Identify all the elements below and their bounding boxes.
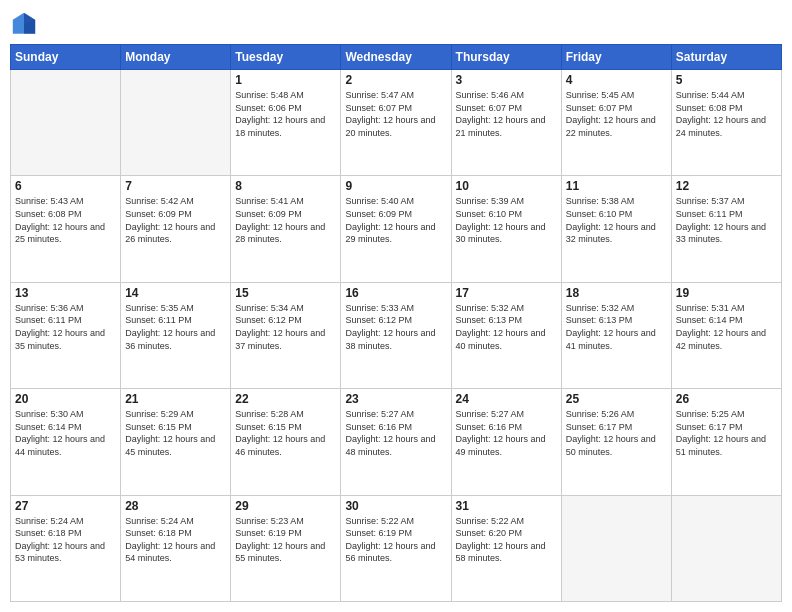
day-info: Sunrise: 5:35 AMSunset: 6:11 PMDaylight:… (125, 302, 226, 352)
calendar-cell: 12Sunrise: 5:37 AMSunset: 6:11 PMDayligh… (671, 176, 781, 282)
day-info: Sunrise: 5:41 AMSunset: 6:09 PMDaylight:… (235, 195, 336, 245)
day-info: Sunrise: 5:48 AMSunset: 6:06 PMDaylight:… (235, 89, 336, 139)
calendar-cell: 22Sunrise: 5:28 AMSunset: 6:15 PMDayligh… (231, 389, 341, 495)
day-number: 6 (15, 179, 116, 193)
day-info: Sunrise: 5:32 AMSunset: 6:13 PMDaylight:… (456, 302, 557, 352)
logo-icon (10, 10, 38, 38)
calendar-cell: 24Sunrise: 5:27 AMSunset: 6:16 PMDayligh… (451, 389, 561, 495)
header (10, 10, 782, 38)
day-number: 27 (15, 499, 116, 513)
calendar-cell: 19Sunrise: 5:31 AMSunset: 6:14 PMDayligh… (671, 282, 781, 388)
day-info: Sunrise: 5:43 AMSunset: 6:08 PMDaylight:… (15, 195, 116, 245)
day-number: 10 (456, 179, 557, 193)
day-number: 22 (235, 392, 336, 406)
day-info: Sunrise: 5:46 AMSunset: 6:07 PMDaylight:… (456, 89, 557, 139)
calendar-header-row: SundayMondayTuesdayWednesdayThursdayFrid… (11, 45, 782, 70)
day-info: Sunrise: 5:34 AMSunset: 6:12 PMDaylight:… (235, 302, 336, 352)
day-header-thursday: Thursday (451, 45, 561, 70)
calendar-cell: 25Sunrise: 5:26 AMSunset: 6:17 PMDayligh… (561, 389, 671, 495)
page: SundayMondayTuesdayWednesdayThursdayFrid… (0, 0, 792, 612)
day-number: 18 (566, 286, 667, 300)
day-info: Sunrise: 5:24 AMSunset: 6:18 PMDaylight:… (125, 515, 226, 565)
day-number: 30 (345, 499, 446, 513)
day-number: 11 (566, 179, 667, 193)
day-header-saturday: Saturday (671, 45, 781, 70)
day-number: 31 (456, 499, 557, 513)
day-info: Sunrise: 5:40 AMSunset: 6:09 PMDaylight:… (345, 195, 446, 245)
calendar-cell: 16Sunrise: 5:33 AMSunset: 6:12 PMDayligh… (341, 282, 451, 388)
day-info: Sunrise: 5:30 AMSunset: 6:14 PMDaylight:… (15, 408, 116, 458)
day-number: 28 (125, 499, 226, 513)
day-info: Sunrise: 5:29 AMSunset: 6:15 PMDaylight:… (125, 408, 226, 458)
calendar-cell: 13Sunrise: 5:36 AMSunset: 6:11 PMDayligh… (11, 282, 121, 388)
day-header-friday: Friday (561, 45, 671, 70)
day-number: 15 (235, 286, 336, 300)
calendar-cell: 17Sunrise: 5:32 AMSunset: 6:13 PMDayligh… (451, 282, 561, 388)
calendar-cell (671, 495, 781, 601)
day-number: 17 (456, 286, 557, 300)
day-number: 21 (125, 392, 226, 406)
day-number: 9 (345, 179, 446, 193)
day-info: Sunrise: 5:44 AMSunset: 6:08 PMDaylight:… (676, 89, 777, 139)
day-number: 24 (456, 392, 557, 406)
calendar-cell: 21Sunrise: 5:29 AMSunset: 6:15 PMDayligh… (121, 389, 231, 495)
day-number: 13 (15, 286, 116, 300)
day-info: Sunrise: 5:37 AMSunset: 6:11 PMDaylight:… (676, 195, 777, 245)
day-number: 1 (235, 73, 336, 87)
calendar-week-4: 27Sunrise: 5:24 AMSunset: 6:18 PMDayligh… (11, 495, 782, 601)
calendar-week-2: 13Sunrise: 5:36 AMSunset: 6:11 PMDayligh… (11, 282, 782, 388)
day-header-monday: Monday (121, 45, 231, 70)
calendar-cell: 11Sunrise: 5:38 AMSunset: 6:10 PMDayligh… (561, 176, 671, 282)
calendar-cell: 31Sunrise: 5:22 AMSunset: 6:20 PMDayligh… (451, 495, 561, 601)
calendar-cell: 23Sunrise: 5:27 AMSunset: 6:16 PMDayligh… (341, 389, 451, 495)
day-info: Sunrise: 5:45 AMSunset: 6:07 PMDaylight:… (566, 89, 667, 139)
day-number: 3 (456, 73, 557, 87)
calendar: SundayMondayTuesdayWednesdayThursdayFrid… (10, 44, 782, 602)
day-header-tuesday: Tuesday (231, 45, 341, 70)
calendar-cell: 7Sunrise: 5:42 AMSunset: 6:09 PMDaylight… (121, 176, 231, 282)
day-header-wednesday: Wednesday (341, 45, 451, 70)
day-info: Sunrise: 5:26 AMSunset: 6:17 PMDaylight:… (566, 408, 667, 458)
calendar-cell: 14Sunrise: 5:35 AMSunset: 6:11 PMDayligh… (121, 282, 231, 388)
calendar-cell: 3Sunrise: 5:46 AMSunset: 6:07 PMDaylight… (451, 70, 561, 176)
day-info: Sunrise: 5:27 AMSunset: 6:16 PMDaylight:… (456, 408, 557, 458)
day-number: 19 (676, 286, 777, 300)
day-number: 7 (125, 179, 226, 193)
calendar-cell: 29Sunrise: 5:23 AMSunset: 6:19 PMDayligh… (231, 495, 341, 601)
day-number: 26 (676, 392, 777, 406)
day-number: 23 (345, 392, 446, 406)
calendar-cell: 30Sunrise: 5:22 AMSunset: 6:19 PMDayligh… (341, 495, 451, 601)
calendar-cell: 5Sunrise: 5:44 AMSunset: 6:08 PMDaylight… (671, 70, 781, 176)
day-info: Sunrise: 5:36 AMSunset: 6:11 PMDaylight:… (15, 302, 116, 352)
calendar-cell: 20Sunrise: 5:30 AMSunset: 6:14 PMDayligh… (11, 389, 121, 495)
calendar-cell: 2Sunrise: 5:47 AMSunset: 6:07 PMDaylight… (341, 70, 451, 176)
day-info: Sunrise: 5:28 AMSunset: 6:15 PMDaylight:… (235, 408, 336, 458)
calendar-cell: 15Sunrise: 5:34 AMSunset: 6:12 PMDayligh… (231, 282, 341, 388)
calendar-cell: 4Sunrise: 5:45 AMSunset: 6:07 PMDaylight… (561, 70, 671, 176)
day-number: 12 (676, 179, 777, 193)
day-header-sunday: Sunday (11, 45, 121, 70)
day-info: Sunrise: 5:42 AMSunset: 6:09 PMDaylight:… (125, 195, 226, 245)
calendar-week-3: 20Sunrise: 5:30 AMSunset: 6:14 PMDayligh… (11, 389, 782, 495)
day-number: 25 (566, 392, 667, 406)
calendar-week-1: 6Sunrise: 5:43 AMSunset: 6:08 PMDaylight… (11, 176, 782, 282)
day-number: 8 (235, 179, 336, 193)
day-number: 4 (566, 73, 667, 87)
day-number: 5 (676, 73, 777, 87)
day-info: Sunrise: 5:39 AMSunset: 6:10 PMDaylight:… (456, 195, 557, 245)
svg-marker-1 (13, 13, 24, 34)
day-info: Sunrise: 5:47 AMSunset: 6:07 PMDaylight:… (345, 89, 446, 139)
calendar-cell: 10Sunrise: 5:39 AMSunset: 6:10 PMDayligh… (451, 176, 561, 282)
calendar-cell: 18Sunrise: 5:32 AMSunset: 6:13 PMDayligh… (561, 282, 671, 388)
calendar-cell (11, 70, 121, 176)
day-info: Sunrise: 5:32 AMSunset: 6:13 PMDaylight:… (566, 302, 667, 352)
calendar-cell (561, 495, 671, 601)
day-info: Sunrise: 5:38 AMSunset: 6:10 PMDaylight:… (566, 195, 667, 245)
day-number: 16 (345, 286, 446, 300)
logo (10, 10, 42, 38)
day-info: Sunrise: 5:31 AMSunset: 6:14 PMDaylight:… (676, 302, 777, 352)
calendar-cell: 1Sunrise: 5:48 AMSunset: 6:06 PMDaylight… (231, 70, 341, 176)
day-info: Sunrise: 5:22 AMSunset: 6:20 PMDaylight:… (456, 515, 557, 565)
day-number: 20 (15, 392, 116, 406)
calendar-cell: 26Sunrise: 5:25 AMSunset: 6:17 PMDayligh… (671, 389, 781, 495)
